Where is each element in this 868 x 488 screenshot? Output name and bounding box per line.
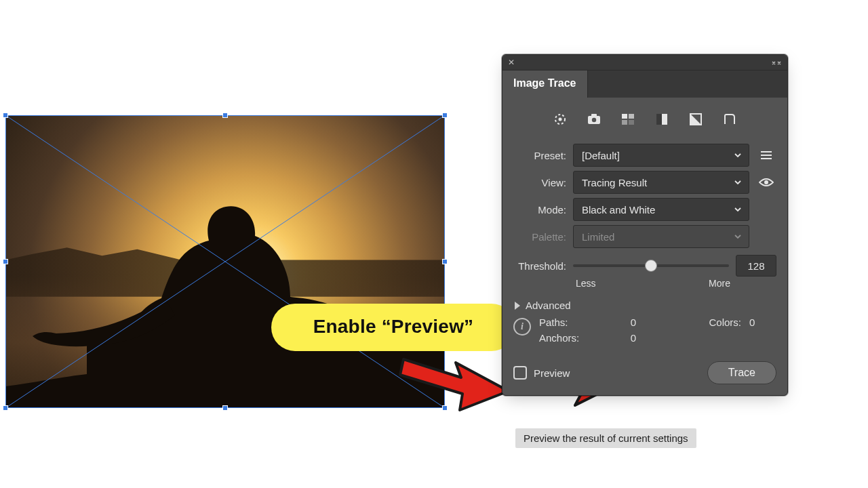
- mode-value: Black and White: [582, 204, 655, 216]
- svg-rect-5: [591, 114, 597, 117]
- view-label: View:: [513, 177, 566, 188]
- preview-checkbox[interactable]: [513, 366, 527, 380]
- svg-point-17: [764, 180, 768, 184]
- preset-swatches-icon[interactable]: [620, 111, 636, 127]
- svg-rect-8: [629, 114, 634, 119]
- resize-handle-bm[interactable]: [222, 405, 228, 411]
- chevron-down-icon: [734, 232, 742, 241]
- svg-point-3: [559, 118, 562, 121]
- preset-auto-color-icon[interactable]: [552, 111, 568, 127]
- advanced-disclosure[interactable]: Advanced: [515, 300, 776, 311]
- trace-button[interactable]: Trace: [707, 361, 776, 384]
- palette-dropdown: Limited: [573, 225, 749, 248]
- threshold-label: Threshold:: [513, 260, 566, 272]
- view-value: Tracing Result: [582, 177, 647, 188]
- preset-menu-icon[interactable]: [756, 145, 776, 165]
- preset-outline-icon[interactable]: [722, 111, 738, 127]
- threshold-slider[interactable]: [573, 259, 729, 272]
- paths-label: Paths:: [539, 317, 625, 328]
- placed-image-selection[interactable]: [5, 115, 445, 408]
- panel-tabs: Image Trace: [502, 70, 787, 98]
- mode-label: Mode:: [513, 204, 566, 216]
- trace-stats: Paths: 0 Colors: 0 Anchors: 0: [539, 317, 776, 344]
- view-dropdown[interactable]: Tracing Result: [573, 171, 749, 194]
- preview-label: Preview: [534, 367, 570, 379]
- threshold-slider-thumb[interactable]: [645, 260, 657, 272]
- resize-handle-ml[interactable]: [3, 259, 8, 264]
- mode-dropdown[interactable]: Black and White: [573, 198, 749, 221]
- preset-dropdown[interactable]: [Default]: [573, 144, 749, 167]
- preset-label: Preset:: [513, 150, 566, 161]
- resize-handle-tl[interactable]: [3, 113, 8, 118]
- threshold-value[interactable]: 128: [736, 255, 776, 277]
- anchors-value: 0: [631, 332, 658, 344]
- threshold-min-label: Less: [576, 278, 596, 289]
- tab-image-trace[interactable]: Image Trace: [502, 70, 588, 98]
- colors-label: Colors:: [663, 317, 744, 328]
- palette-value: Limited: [582, 231, 614, 243]
- resize-handle-bl[interactable]: [3, 405, 8, 411]
- threshold-max-label: More: [709, 278, 730, 289]
- chevron-down-icon: [734, 178, 742, 186]
- svg-rect-9: [622, 120, 627, 125]
- image-trace-panel: ✕ Image Trace: [502, 54, 788, 396]
- svg-rect-10: [629, 120, 634, 125]
- close-icon[interactable]: ✕: [508, 58, 515, 67]
- chevron-down-icon: [734, 151, 742, 159]
- info-icon[interactable]: i: [513, 318, 531, 336]
- anchors-label: Anchors:: [539, 332, 625, 344]
- svg-rect-12: [656, 114, 662, 125]
- resize-handle-tm[interactable]: [222, 113, 228, 118]
- panel-titlebar[interactable]: ✕: [502, 55, 787, 70]
- resize-handle-mr[interactable]: [442, 259, 448, 264]
- preset-camera-icon[interactable]: [586, 111, 602, 127]
- resize-handle-tr[interactable]: [442, 113, 448, 118]
- preset-bw-icon[interactable]: [688, 111, 704, 127]
- paths-value: 0: [631, 317, 658, 328]
- collapse-icon[interactable]: [771, 59, 782, 66]
- view-eye-icon[interactable]: [756, 172, 776, 192]
- chevron-down-icon: [734, 205, 742, 214]
- colors-value: 0: [749, 317, 776, 328]
- preview-tooltip: Preview the result of current settings: [515, 428, 696, 448]
- preset-value: [Default]: [582, 150, 620, 161]
- svg-point-6: [592, 118, 596, 122]
- palette-label: Palette:: [513, 231, 566, 243]
- svg-rect-7: [622, 114, 627, 119]
- annotation-arrow-left: [393, 342, 515, 417]
- selection-diagonals: [5, 115, 445, 408]
- preset-icon-row: [513, 107, 776, 140]
- preset-grayscale-icon[interactable]: [654, 111, 670, 127]
- advanced-label: Advanced: [526, 300, 571, 311]
- disclosure-triangle-icon: [515, 302, 520, 310]
